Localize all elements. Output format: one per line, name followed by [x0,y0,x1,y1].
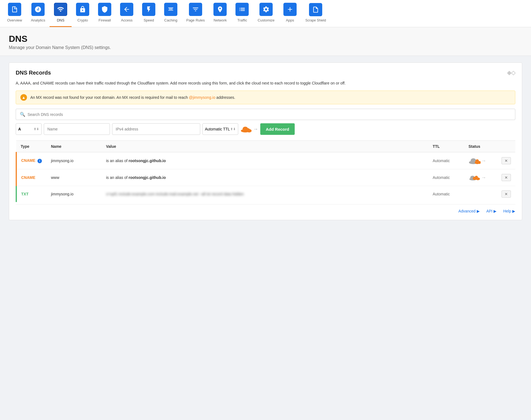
dns-records-table: Type Name Value TTL Status CNAME i jimmy… [16,140,515,202]
name-cell: jimmysong.io [47,186,102,202]
dns-records-card: DNS Records ◆◇ A, AAAA, and CNAME record… [9,62,522,220]
col-ttl: TTL [428,141,464,152]
nav-item-scrape-shield[interactable]: Scrape Shield [301,0,330,27]
caching-icon [164,3,177,16]
search-icon: 🔍 [20,112,25,117]
proxy-toggle-row1[interactable]: → [468,157,493,165]
type-cell: CNAME [16,169,47,186]
advanced-link[interactable]: Advanced ▶ [458,209,479,213]
customize-label: Customize [258,18,274,22]
top-navigation: Overview Analytics DNS Crypto Firewall A… [0,0,531,27]
blurred-value: v=spf1 include:example.com include:mail.… [106,192,244,196]
col-name: Name [47,141,102,152]
page-rules-label: Page Rules [186,18,205,22]
col-delete [497,141,515,152]
traffic-label: Traffic [237,18,247,22]
dns-icon [54,3,67,16]
type-select-arrows: ⬆⬇ [34,127,39,131]
nav-item-caching[interactable]: Caching [160,0,182,27]
value-cell: is an alias of rootsongjc.github.io [102,152,428,169]
nav-item-speed[interactable]: Speed [138,0,160,27]
cloud-row2-icon [468,174,481,181]
col-type: Type [16,141,47,152]
proxy-arrow-form: → [253,126,258,132]
nav-item-crypto[interactable]: Crypto [72,0,94,27]
value-input[interactable] [112,123,200,135]
delete-cell: ✕ [497,186,515,202]
card-header: DNS Records ◆◇ [16,69,515,76]
add-record-form: A AAAA CNAME MX TXT NS SRV LOC SPF CAA ⬆… [16,123,515,135]
proxy-toggle-form[interactable]: → [240,125,258,133]
search-input[interactable] [28,112,511,117]
delete-cell: ✕ [497,152,515,169]
nav-item-firewall[interactable]: Firewall [94,0,116,27]
delete-button-row2[interactable]: ✕ [502,174,511,181]
delete-cell: ✕ [497,169,515,186]
nav-item-apps[interactable]: Apps [279,0,301,27]
nav-item-overview[interactable]: Overview [3,0,26,27]
footer-links: Advanced ▶ API ▶ Help ▶ [16,204,515,213]
api-arrow: ▶ [494,209,497,213]
card-description: A, AAAA, and CNAME records can have thei… [16,80,515,86]
ttl-select-wrap[interactable]: Automatic TTL 2 minutes 5 minutes 10 min… [202,123,238,135]
card-collapse-icon[interactable]: ◆◇ [507,69,515,76]
warning-text: An MX record was not found for your root… [30,95,235,100]
ttl-select[interactable]: Automatic TTL 2 minutes 5 minutes 10 min… [205,127,230,131]
name-input[interactable] [44,123,110,135]
crypto-label: Crypto [77,18,88,22]
page-rules-icon [189,3,202,16]
warning-link[interactable]: @jimmysong.io [189,95,215,100]
help-arrow: ▶ [512,209,515,213]
crypto-icon [76,3,89,16]
nav-item-page-rules[interactable]: Page Rules [182,0,209,27]
dns-label: DNS [57,18,64,22]
nav-item-access[interactable]: Access [116,0,138,27]
delete-button-row3[interactable]: ✕ [502,190,511,198]
table-row: CNAME www is an alias of rootsongjc.gith… [16,169,515,186]
ttl-select-arrows: ⬆⬇ [230,127,236,131]
type-select-wrap[interactable]: A AAAA CNAME MX TXT NS SRV LOC SPF CAA ⬆… [16,123,42,135]
nav-item-network[interactable]: Network [209,0,231,27]
firewall-icon [98,3,111,16]
speed-label: Speed [143,18,154,22]
help-link[interactable]: Help ▶ [503,209,515,213]
nav-item-dns[interactable]: DNS [50,0,72,27]
proxy-toggle-row2[interactable]: → [468,174,493,181]
type-cell: TXT [16,186,47,202]
page-title: DNS [9,34,522,44]
api-link[interactable]: API ▶ [486,209,497,213]
type-select[interactable]: A AAAA CNAME MX TXT NS SRV LOC SPF CAA [18,127,32,131]
warning-bar: ▲ An MX record was not found for your ro… [16,91,515,104]
add-record-button[interactable]: Add Record [260,123,295,135]
value-cell: is an alias of rootsongjc.github.io [102,169,428,186]
customize-icon [259,3,273,16]
delete-button-row1[interactable]: ✕ [502,157,511,164]
search-bar: 🔍 [16,109,515,120]
svg-point-3 [247,129,252,132]
ttl-cell: Automatic [428,169,464,186]
type-label: TXT [21,192,28,196]
card-title-text: DNS Records [16,70,51,76]
col-status: Status [464,141,497,152]
table-row: TXT jimmysong.io v=spf1 include:example.… [16,186,515,202]
apps-icon [283,3,297,16]
proxy-arrow-row1: → [481,158,486,164]
type-label: CNAME [21,158,35,163]
page-subtitle: Manage your Domain Name System (DNS) set… [9,45,522,50]
type-cell: CNAME i [16,152,47,169]
analytics-label: Analytics [31,18,45,22]
status-cell[interactable]: → [464,152,497,169]
status-cell [464,186,497,202]
nav-item-analytics[interactable]: Analytics [26,0,50,27]
analytics-icon [31,3,45,16]
firewall-label: Firewall [99,18,111,22]
speed-icon [142,3,155,16]
status-cell[interactable]: → [464,169,497,186]
info-icon[interactable]: i [37,159,42,163]
col-value: Value [102,141,428,152]
network-label: Network [214,18,227,22]
nav-item-customize[interactable]: Customize [253,0,279,27]
nav-item-traffic[interactable]: Traffic [231,0,253,27]
access-icon [120,3,133,16]
proxy-arrow-row2: → [481,175,486,181]
